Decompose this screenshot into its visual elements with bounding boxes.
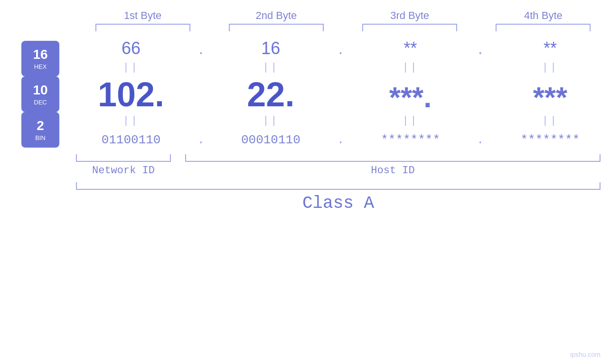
watermark: ipshu.com: [570, 351, 601, 358]
hex-dot3: .: [473, 38, 488, 58]
hex-dot2: .: [333, 38, 347, 58]
hex-b4: **: [503, 38, 598, 58]
sep-8: ||: [503, 115, 598, 127]
bracket-2: [229, 24, 324, 31]
header-row: 1st Byte 2nd Byte 3rd Byte 4th Byte: [0, 9, 610, 22]
sep-row-1: || || || ||: [71, 61, 610, 75]
hex-row: 66 . 16 . ** . **: [71, 36, 610, 61]
byte4-label: 4th Byte: [496, 9, 591, 22]
dec-dot1: [194, 110, 208, 114]
bin-b4: ********: [503, 133, 598, 147]
sep-7: ||: [363, 115, 458, 127]
bin-dot1: .: [194, 133, 208, 147]
bin-b2: 00010110: [223, 133, 318, 147]
id-label-row: Network ID Host ID: [76, 165, 601, 177]
hex-b3: **: [363, 38, 458, 58]
byte3-label: 3rd Byte: [362, 9, 457, 22]
dec-b2: 22.: [223, 75, 318, 114]
dec-dot2: [333, 110, 347, 114]
byte1-label: 1st Byte: [95, 9, 190, 22]
bin-dot3: .: [473, 133, 488, 147]
hex-b2: 16: [223, 38, 318, 58]
bottom-bracket-row: [76, 154, 601, 162]
dec-row: 102. 22. ***. ***: [71, 75, 610, 114]
bracket-1: [95, 24, 190, 31]
hex-b1: 66: [84, 38, 178, 58]
sep-3: ||: [363, 62, 458, 74]
bracket-3: [362, 24, 457, 31]
dec-b1: 102.: [84, 75, 178, 114]
sep-6: ||: [223, 115, 318, 127]
sep-5: ||: [84, 115, 178, 127]
hex-badge: 16 HEX: [21, 41, 59, 76]
dec-badge: 10 DEC: [21, 76, 59, 112]
sep-1: ||: [84, 62, 178, 74]
data-area: 66 . 16 . ** . ** || || || ||: [71, 36, 610, 152]
dec-dot3: [473, 110, 488, 114]
badges-column: 16 HEX 10 DEC 2 BIN: [9, 36, 71, 152]
bin-dot2: .: [333, 133, 347, 147]
host-bracket: [185, 154, 601, 162]
bin-badge: 2 BIN: [21, 112, 59, 148]
class-bracket: [76, 182, 601, 190]
top-bracket-row: [0, 24, 610, 31]
class-label: Class A: [76, 194, 601, 213]
sep-4: ||: [503, 62, 598, 74]
sep-2: ||: [223, 62, 318, 74]
sep-row-2: || || || ||: [71, 114, 610, 128]
dec-b4: ***: [503, 80, 598, 114]
bin-row: 01100110 . 00010110 . ******** . *******…: [71, 128, 610, 153]
hex-dot1: .: [194, 38, 208, 58]
main-data-grid: 16 HEX 10 DEC 2 BIN 66 . 16 . ** . **: [0, 36, 610, 152]
dec-b3: ***.: [363, 80, 458, 114]
bin-b3: ********: [363, 133, 458, 147]
host-id-label: Host ID: [185, 165, 601, 177]
network-id-label: Network ID: [76, 165, 171, 177]
bracket-4: [496, 24, 591, 31]
main-container: 1st Byte 2nd Byte 3rd Byte 4th Byte 16 H…: [0, 0, 610, 364]
network-bracket: [76, 154, 171, 162]
bin-b1: 01100110: [84, 133, 178, 147]
bottom-section: Network ID Host ID Class A: [0, 154, 610, 213]
byte2-label: 2nd Byte: [229, 9, 324, 22]
